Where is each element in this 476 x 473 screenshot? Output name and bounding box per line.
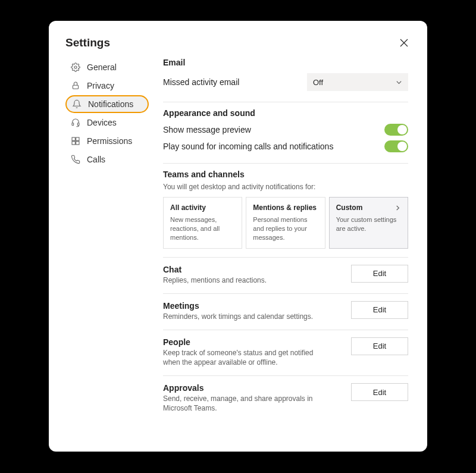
meetings-section: Meetings Reminders, work timings and cal… xyxy=(163,294,408,330)
settings-sidebar: General Privacy Notifications Devices xyxy=(65,58,149,414)
card-custom[interactable]: Custom Your custom settings are active. xyxy=(329,197,408,249)
dialog-body: General Privacy Notifications Devices xyxy=(65,58,411,414)
svg-rect-3 xyxy=(77,123,79,126)
row-text: Meetings Reminders, work timings and cal… xyxy=(163,301,313,321)
sidebar-item-label: Privacy xyxy=(87,81,114,90)
row-label: Play sound for incoming calls and notifi… xyxy=(163,142,333,151)
lock-icon xyxy=(70,80,81,91)
sidebar-item-label: Permissions xyxy=(87,136,132,146)
meetings-edit-button[interactable]: Edit xyxy=(351,301,408,319)
sidebar-item-label: General xyxy=(87,62,117,72)
card-title: Mentions & replies xyxy=(253,203,318,212)
card-desc: Personal mentions and replies to your me… xyxy=(253,215,318,242)
svg-rect-4 xyxy=(72,137,75,140)
sidebar-item-notifications[interactable]: Notifications xyxy=(65,95,149,113)
card-desc: New messages, reactions, and all mention… xyxy=(170,215,235,242)
section-title: Teams and channels xyxy=(163,170,408,179)
svg-rect-5 xyxy=(76,137,79,140)
missed-activity-select[interactable]: Off xyxy=(307,73,408,91)
chevron-down-icon xyxy=(396,79,402,86)
sidebar-item-general[interactable]: General xyxy=(65,58,149,76)
svg-rect-7 xyxy=(76,142,79,145)
svg-point-0 xyxy=(74,66,77,68)
dialog-header: Settings xyxy=(65,36,411,49)
card-title-text: Custom xyxy=(336,203,363,212)
play-sound-toggle[interactable] xyxy=(384,140,408,152)
section-desc: You will get desktop and activity notifi… xyxy=(163,183,408,191)
message-preview-toggle[interactable] xyxy=(384,124,408,136)
chat-edit-button[interactable]: Edit xyxy=(351,265,408,283)
missed-activity-row: Missed activity email Off xyxy=(163,71,408,93)
chevron-right-icon xyxy=(394,205,401,211)
card-title: Custom xyxy=(336,203,401,212)
row-label: Missed activity email xyxy=(163,77,239,87)
close-icon xyxy=(400,39,408,47)
teams-section: Teams and channels You will get desktop … xyxy=(163,164,408,258)
settings-content: Email Missed activity email Off Appearan… xyxy=(163,58,411,414)
row-text: People Keep track of someone's status an… xyxy=(163,337,330,367)
sidebar-item-label: Devices xyxy=(87,118,117,127)
svg-rect-6 xyxy=(72,142,75,145)
sidebar-item-calls[interactable]: Calls xyxy=(65,151,149,168)
row-title: Approvals xyxy=(163,383,330,393)
settings-dialog: Settings General Privacy xyxy=(49,21,427,452)
dialog-title: Settings xyxy=(65,36,110,49)
message-preview-row: Show message preview xyxy=(163,121,408,138)
approvals-section: Approvals Send, receive, manage, and sha… xyxy=(163,376,408,413)
teams-cards: All activity New messages, reactions, an… xyxy=(163,197,408,249)
card-title: All activity xyxy=(170,203,235,212)
card-all-activity[interactable]: All activity New messages, reactions, an… xyxy=(163,197,242,249)
card-mentions-replies[interactable]: Mentions & replies Personal mentions and… xyxy=(246,197,325,249)
sidebar-item-label: Notifications xyxy=(88,99,133,109)
toggle-knob xyxy=(397,142,407,151)
card-desc: Your custom settings are active. xyxy=(336,215,401,233)
headset-icon xyxy=(70,117,81,128)
approvals-edit-button[interactable]: Edit xyxy=(351,383,408,401)
apps-icon xyxy=(70,136,81,146)
row-text: Chat Replies, mentions and reactions. xyxy=(163,265,267,285)
row-desc: Reminders, work timings and calendar set… xyxy=(163,312,313,321)
play-sound-row: Play sound for incoming calls and notifi… xyxy=(163,138,408,155)
row-desc: Keep track of someone's status and get n… xyxy=(163,348,330,367)
close-button[interactable] xyxy=(397,36,411,49)
svg-rect-2 xyxy=(72,123,74,126)
svg-rect-1 xyxy=(73,85,78,89)
sidebar-item-privacy[interactable]: Privacy xyxy=(65,77,149,95)
people-section: People Keep track of someone's status an… xyxy=(163,330,408,376)
select-value: Off xyxy=(313,78,323,87)
row-title: People xyxy=(163,337,330,347)
people-edit-button[interactable]: Edit xyxy=(351,337,408,355)
section-title: Appearance and sound xyxy=(163,108,408,118)
sidebar-item-permissions[interactable]: Permissions xyxy=(65,132,149,150)
phone-icon xyxy=(70,154,81,165)
appearance-section: Appearance and sound Show message previe… xyxy=(163,102,408,164)
row-text: Approvals Send, receive, manage, and sha… xyxy=(163,383,330,413)
row-title: Chat xyxy=(163,265,267,274)
toggle-knob xyxy=(397,125,407,134)
section-title: Email xyxy=(163,58,408,67)
bell-icon xyxy=(71,99,82,109)
row-title: Meetings xyxy=(163,301,313,311)
row-label: Show message preview xyxy=(163,125,251,134)
row-desc: Replies, mentions and reactions. xyxy=(163,275,267,285)
sidebar-item-devices[interactable]: Devices xyxy=(65,114,149,131)
chat-section: Chat Replies, mentions and reactions. Ed… xyxy=(163,258,408,294)
row-desc: Send, receive, manage, and share approva… xyxy=(163,394,330,413)
email-section: Email Missed activity email Off xyxy=(163,58,408,102)
gear-icon xyxy=(70,62,81,73)
sidebar-item-label: Calls xyxy=(87,155,105,164)
